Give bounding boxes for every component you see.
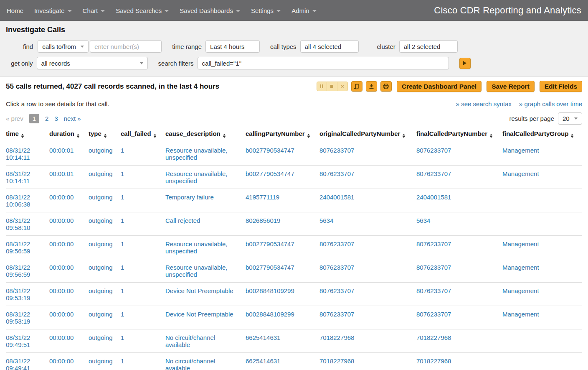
results-per-page-label: results per page [509,115,554,122]
column-label: cause_description [165,130,220,137]
call-types-value: all 4 selected [305,43,342,50]
cell-call_failed: 1 [121,306,165,329]
table-row[interactable]: 08/31/22 10:14:1100:00:01outgoing1Resour… [6,142,582,166]
column-label: call_failed [121,130,151,137]
nav-item-label: Admin [291,7,309,14]
cell-type: outgoing [89,329,121,353]
edit-fields-button[interactable]: Edit Fields [540,81,582,92]
find-type-select[interactable]: calls to/from [38,40,89,53]
cell-originalCalledPartyNumber: 5634 [319,212,416,236]
column-header-finalCalledPartyNumber[interactable]: finalCalledPartyNumber [416,127,502,142]
cell-finalCalledPartyGroup: Management [502,166,582,189]
graph-calls-over-time-link[interactable]: » graph calls over time [519,100,582,107]
prev-page-button[interactable]: « prev [6,115,23,122]
nav-item-saved-searches[interactable]: Saved Searches [110,7,174,14]
run-search-button[interactable] [459,58,471,69]
table-row[interactable]: 08/31/22 09:53:1900:00:00outgoing1Device… [6,283,582,306]
page-2-button[interactable]: 2 [45,115,48,122]
time-range-input[interactable] [210,43,255,50]
nav-item-admin[interactable]: Admin [286,7,322,14]
table-row[interactable]: 08/31/22 09:49:4100:00:00outgoing1No cir… [6,353,582,370]
get-only-select[interactable]: all records [37,57,148,69]
cell-callingPartyNumber: b0027790534747 [246,142,319,166]
stop-button[interactable] [327,82,337,91]
nav-item-home[interactable]: Home [7,7,29,14]
nav-item-label: Saved Searches [116,7,162,14]
cell-time: 08/31/22 10:06:38 [6,189,49,212]
cell-finalCalledPartyNumber: 2404001581 [416,189,502,212]
column-label: duration [49,130,74,137]
app-title: Cisco CDR Reporting and Analytics [434,5,581,16]
table-row[interactable]: 08/31/22 10:14:1100:00:01outgoing1Resour… [6,166,582,189]
filter-area: Investigate Calls find calls to/from tim… [0,21,588,77]
nav-item-saved-dashboards[interactable]: Saved Dashboards [174,7,246,14]
page-3-button[interactable]: 3 [54,115,58,122]
call-types-select[interactable]: all 4 selected [300,40,359,53]
cell-finalCalledPartyNumber: 7018227968 [416,353,502,370]
cancel-button[interactable]: × [337,82,348,91]
cell-duration: 00:00:00 [49,189,89,212]
row-click-hint: Click a row to see details for that call… [6,96,109,107]
number-input[interactable] [94,43,157,50]
cell-time: 08/31/22 09:56:59 [6,236,49,259]
search-filters-input-box [198,57,449,69]
column-header-cause_description[interactable]: cause_description [165,127,246,142]
show-query-button[interactable] [351,81,362,92]
hint-links-row: Click a row to see details for that call… [0,95,588,107]
cell-type: outgoing [89,236,121,259]
column-header-duration[interactable]: duration [49,127,89,142]
table-row[interactable]: 08/31/22 09:56:5900:00:00outgoing1Resour… [6,236,582,259]
results-per-page-select[interactable]: 20 [558,112,582,125]
see-search-syntax-link[interactable]: » see search syntax [456,100,512,107]
close-icon: × [341,84,344,89]
script-icon [354,84,360,89]
nav-item-chart[interactable]: Chart [77,7,111,14]
save-report-button[interactable]: Save Report [487,81,534,92]
nav-item-settings[interactable]: Settings [246,7,286,14]
cell-call_failed: 1 [121,283,165,306]
cell-cause_description: Device Not Preemptable [165,283,246,306]
chevron-down-icon [101,10,105,12]
column-label: time [6,130,19,137]
cell-type: outgoing [89,283,121,306]
column-header-call_failed[interactable]: call_failed [121,127,165,142]
search-filters-input[interactable] [202,60,444,67]
time-range-label: time range [172,43,202,50]
table-row[interactable]: 08/31/22 09:53:1900:00:00outgoing1Device… [6,306,582,329]
results-table: timedurationtypecall_failedcause_descrip… [6,127,582,370]
print-button[interactable] [380,81,392,92]
table-row[interactable]: 08/31/22 09:56:5900:00:00outgoing1Resour… [6,259,582,283]
cell-time: 08/31/22 10:14:11 [6,142,49,166]
chevron-down-icon [574,117,578,120]
cell-call_failed: 1 [121,329,165,353]
next-page-button[interactable]: next » [64,115,81,122]
table-row[interactable]: 08/31/22 09:58:1000:00:00outgoing1Call r… [6,212,582,236]
column-header-finalCalledPartyGroup[interactable]: finalCalledPartyGroup [502,127,582,142]
create-dashboard-panel-button[interactable]: Create Dashboard Panel [397,81,482,92]
pause-button[interactable] [317,82,327,91]
cell-duration: 00:00:00 [49,259,89,283]
column-header-callingPartyNumber[interactable]: callingPartyNumber [246,127,319,142]
sort-icon [104,134,106,138]
nav-item-investigate[interactable]: Investigate [29,7,77,14]
download-button[interactable] [366,81,377,92]
cell-finalCalledPartyGroup [502,353,582,370]
page-title: Investigate Calls [6,26,582,34]
sort-icon [307,134,310,138]
cluster-select[interactable]: all 2 selected [399,40,458,53]
column-label: type [89,130,101,137]
column-header-type[interactable]: type [89,127,121,142]
cell-callingPartyNumber: b0028848109299 [246,283,319,306]
quick-links: » see search syntax » graph calls over t… [456,100,582,107]
cell-finalCalledPartyGroup: Management [502,142,582,166]
cluster-value: all 2 selected [404,43,441,50]
column-header-time[interactable]: time [6,127,49,142]
table-row[interactable]: 08/31/22 09:49:5100:00:00outgoing1No cir… [6,329,582,353]
column-header-originalCalledPartyNumber[interactable]: originalCalledPartyNumber [319,127,416,142]
cell-duration: 00:00:00 [49,283,89,306]
cell-originalCalledPartyNumber: 8076233707 [319,259,416,283]
cell-callingPartyNumber: b0027790534747 [246,259,319,283]
table-row[interactable]: 08/31/22 10:06:3800:00:00outgoing1Tempor… [6,189,582,212]
cell-callingPartyNumber: b0027790534747 [246,236,319,259]
sort-icon [77,134,79,138]
